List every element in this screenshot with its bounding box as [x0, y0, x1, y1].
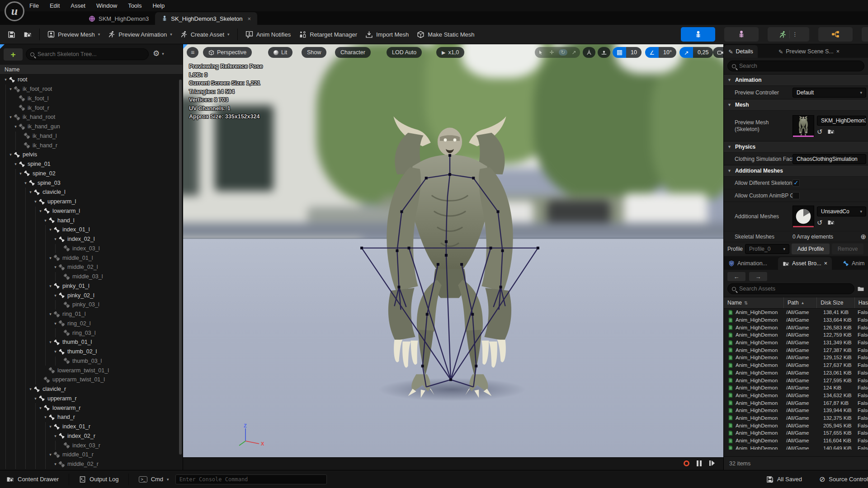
asset-row[interactable]: Anim_HighDemon/All/Game139,944 KiBFalse: [724, 407, 868, 414]
profile-dropdown[interactable]: Profile_0 ▾: [745, 244, 789, 254]
anim-notifies-button[interactable]: Anim Notifies: [241, 28, 295, 41]
expander-icon[interactable]: ▾: [33, 396, 38, 401]
bone-row-lowerarm_r[interactable]: ▾lowerarm_r: [0, 403, 183, 413]
expander-icon[interactable]: ▾: [38, 406, 43, 410]
tab-animation-notifies[interactable]: Animation...: [724, 257, 772, 270]
section-animation[interactable]: ▼ Animation: [724, 74, 868, 85]
details-search[interactable]: [727, 61, 864, 71]
expander-icon[interactable]: ▾: [18, 171, 24, 176]
rotation-snap-control[interactable]: ∠ 10°: [645, 47, 676, 58]
expander-icon[interactable]: ▾: [52, 462, 58, 466]
import-mesh-button[interactable]: Import Mesh: [361, 28, 413, 41]
tree-scrollbar[interactable]: [179, 80, 182, 455]
tree-column-header[interactable]: Name: [0, 64, 183, 75]
angle-snap-icon[interactable]: ∠: [645, 47, 659, 58]
surface-snapping-button[interactable]: [598, 47, 610, 58]
unreal-logo[interactable]: u: [5, 1, 24, 21]
preview-mesh-thumbnail[interactable]: [793, 115, 814, 137]
all-saved-status[interactable]: All Saved: [760, 470, 808, 488]
record-button[interactable]: [684, 460, 689, 466]
bone-row-middle_03_l[interactable]: middle_03_l: [0, 272, 183, 282]
expander-icon[interactable]: ▾: [8, 87, 14, 91]
bone-row-spine_02[interactable]: ▾spine_02: [0, 169, 183, 178]
asset-row[interactable]: Anim_HighDemon/All/Game116,604 KiBFalse: [724, 437, 868, 445]
bone-row-pinky_03_l[interactable]: pinky_03_l: [0, 300, 183, 310]
mode-skeleton-button[interactable]: [681, 27, 715, 42]
expander-icon[interactable]: ▾: [38, 209, 43, 213]
show-menu-button[interactable]: Show: [302, 47, 326, 58]
expander-icon[interactable]: ▾: [52, 293, 58, 298]
browse-to-asset-icon[interactable]: [827, 219, 835, 226]
perspective-button[interactable]: Perspective: [203, 47, 252, 58]
asset-row[interactable]: Anim_HighDemon/All/Game126,583 KiBFalse: [724, 324, 868, 331]
menu-item-file[interactable]: File: [25, 1, 43, 10]
asset-row[interactable]: Anim_HighDemon/All/Game167,87 KiBFalse: [724, 399, 868, 407]
expander-icon[interactable]: ▾: [42, 415, 48, 419]
viewport-menu-button[interactable]: ≡: [187, 47, 198, 58]
step-forward-button[interactable]: [709, 460, 715, 466]
character-menu-button[interactable]: Character: [335, 47, 371, 58]
bone-row-clavicle_l[interactable]: ▾clavicle_l: [0, 188, 183, 197]
rotate-tool-icon[interactable]: ↻: [559, 49, 567, 56]
expander-icon[interactable]: ▾: [52, 265, 58, 269]
asset-row[interactable]: Anim_HighDemon/All/Game157,655 KiBFalse: [724, 429, 868, 437]
clothing-simulation-dropdown[interactable]: ChaosClothingSimulation: [793, 154, 866, 164]
additional-meshes-dropdown[interactable]: UnsavedCo ▾: [817, 206, 866, 216]
asset-row[interactable]: Anim_HighDemon/All/Game140,649 KiBFalse: [724, 444, 868, 450]
remove-profile-button[interactable]: Remove: [832, 244, 863, 254]
retarget-manager-button[interactable]: Retarget Manager: [295, 28, 361, 41]
back-button[interactable]: ←: [727, 272, 745, 281]
bone-row-index_02_r[interactable]: ▾index_02_r: [0, 432, 183, 441]
bone-row-hand_r[interactable]: ▾hand_r: [0, 413, 183, 422]
details-search-input[interactable]: [739, 63, 860, 69]
expander-icon[interactable]: ▾: [47, 284, 53, 288]
bone-row-thumb_02_l[interactable]: ▾thumb_02_l: [0, 347, 183, 357]
console-command-field[interactable]: [175, 474, 327, 484]
section-additional-meshes[interactable]: ▼ Additional Meshes: [724, 165, 868, 176]
bone-row-pinky_01_l[interactable]: ▾pinky_01_l: [0, 282, 183, 291]
mode-physics-button[interactable]: [862, 27, 868, 42]
skeleton-bones-overlay[interactable]: [354, 112, 545, 410]
tab-preview-scene-settings[interactable]: ✎ Preview Scene S... ×: [774, 45, 844, 58]
scale-snap-value[interactable]: 0,25: [693, 47, 713, 58]
preview-mesh-button[interactable]: Preview Mesh▾: [43, 28, 104, 41]
console-input[interactable]: [179, 476, 323, 483]
skeleton-tree-search[interactable]: [26, 48, 149, 60]
expander-icon[interactable]: ▾: [42, 218, 48, 223]
bone-row-lowerarm_twist_01_l[interactable]: lowerarm_twist_01_l: [0, 366, 183, 375]
expander-icon[interactable]: ▾: [47, 340, 53, 344]
menu-item-asset[interactable]: Asset: [66, 1, 90, 10]
bone-row-upperarm_l[interactable]: ▾upperarm_l: [0, 197, 183, 206]
tree-settings-button[interactable]: ⚙▾: [153, 49, 164, 58]
additional-meshes-thumbnail[interactable]: [793, 206, 814, 227]
tab-sk-highdemon3-skeleton[interactable]: SK_HighDemon3_Skeleton ×: [155, 12, 257, 25]
preview-controller-dropdown[interactable]: Default ▾: [793, 88, 866, 98]
bone-row-root[interactable]: ▾root: [0, 75, 183, 84]
rotation-snap-value[interactable]: 10°: [659, 47, 676, 58]
bone-row-thumb_03_l[interactable]: thumb_03_l: [0, 357, 183, 366]
expander-icon[interactable]: ▾: [47, 312, 53, 316]
save-button[interactable]: [4, 28, 19, 41]
use-selected-asset-icon[interactable]: ↺: [817, 219, 823, 227]
forward-button[interactable]: →: [749, 272, 767, 281]
mode-mesh-button[interactable]: [724, 27, 759, 42]
select-tool-icon[interactable]: [537, 50, 545, 55]
expander-icon[interactable]: ▾: [52, 434, 58, 438]
save-filter-icon[interactable]: [857, 285, 864, 292]
asset-search[interactable]: [727, 283, 854, 294]
tab-asset-browser[interactable]: Asset Bro... ×: [778, 257, 832, 270]
asset-row[interactable]: Anim_HighDemon/All/Game127,387 KiBFalse: [724, 346, 868, 354]
bone-row-spine_03[interactable]: ▾spine_03: [0, 178, 183, 188]
bone-row-ring_01_l[interactable]: ▾ring_01_l: [0, 310, 183, 319]
bone-row-upperarm_twist_01_l[interactable]: upperarm_twist_01_l: [0, 375, 183, 385]
tab-close-icon[interactable]: ×: [824, 260, 827, 267]
bone-row-ik_foot_r[interactable]: ik_foot_r: [0, 103, 183, 113]
bone-row-middle_02_r[interactable]: ▾middle_02_r: [0, 460, 183, 469]
source-control-button[interactable]: ⊘ Source Control: [813, 470, 868, 488]
bone-row-ring_03_l[interactable]: ring_03_l: [0, 328, 183, 338]
preview-animation-button[interactable]: Preview Animation▾: [104, 28, 176, 41]
expander-icon[interactable]: ▾: [47, 424, 53, 429]
asset-row[interactable]: Anim_HighDemon/All/Game124 KiBFalse: [724, 384, 868, 392]
menu-item-tools[interactable]: Tools: [123, 1, 146, 10]
asset-row[interactable]: Anim_HighDemon/All/Game127,595 KiBFalse: [724, 376, 868, 384]
